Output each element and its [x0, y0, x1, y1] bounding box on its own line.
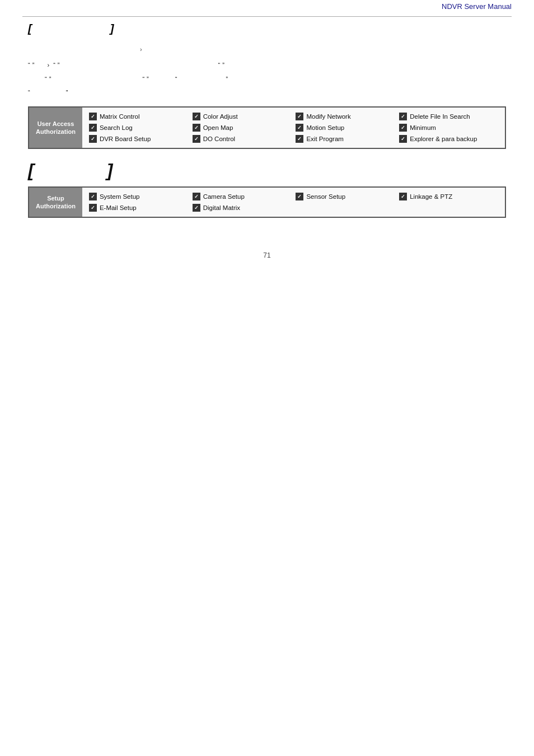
list-item: Linkage & PTZ — [397, 191, 500, 202]
item-label: Digital Matrix — [203, 204, 240, 211]
header-area: NDVR Server Manual — [0, 0, 534, 17]
item-label: Minimum — [410, 124, 436, 131]
bracket-open-2: [ — [28, 160, 34, 181]
item-label: Modify Network — [306, 113, 350, 120]
list-item: E-Mail Setup — [87, 202, 190, 213]
list-item: Exit Program — [293, 133, 397, 144]
checkbox-icon — [89, 204, 97, 212]
item-label: Camera Setup — [203, 193, 245, 200]
item-label: Sensor Setup — [306, 193, 345, 200]
list-item: Motion Setup — [293, 122, 397, 133]
item-label: Explorer & para backup — [410, 136, 477, 142]
checkbox-icon — [399, 113, 407, 120]
list-item: Explorer & para backup — [397, 133, 500, 144]
list-item: Delete File In Search — [397, 111, 500, 122]
list-item: Modify Network — [293, 111, 397, 122]
item-label: DO Control — [203, 136, 236, 142]
user-access-items: Matrix Control Color Adjust Modify Netwo… — [82, 108, 505, 148]
checkbox-icon — [193, 124, 200, 132]
checkbox-icon — [89, 124, 97, 132]
item-label: Motion Setup — [306, 124, 344, 131]
paragraph-line-2: “” “” “ ” — [28, 74, 506, 85]
list-item — [293, 202, 397, 213]
checkbox-icon — [193, 204, 200, 212]
page-number: 71 — [28, 251, 506, 259]
bracket-section-1: [ ] — [28, 22, 506, 35]
list-item: DO Control — [190, 133, 294, 144]
checkbox-icon — [296, 193, 303, 200]
item-label: Exit Program — [306, 136, 343, 142]
item-label: Matrix Control — [100, 113, 140, 120]
checkbox-icon — [296, 124, 303, 132]
checkbox-icon — [193, 135, 200, 143]
checkbox-icon — [399, 124, 407, 132]
bracket-open-1: [ — [28, 22, 32, 35]
list-item: DVR Board Setup — [87, 133, 190, 144]
list-item: Sensor Setup — [293, 191, 397, 202]
checkbox-icon — [399, 135, 407, 143]
item-label: Search Log — [100, 124, 133, 131]
checkbox-icon — [296, 113, 303, 120]
checkbox-icon — [89, 113, 97, 120]
checkbox-icon — [296, 135, 303, 143]
list-item: Color Adjust — [190, 111, 294, 122]
item-label: E-Mail Setup — [100, 204, 137, 211]
checkbox-icon — [193, 193, 200, 200]
item-label: Color Adjust — [203, 113, 238, 120]
setup-label: Setup Authorization — [29, 188, 82, 217]
list-item: Camera Setup — [190, 191, 294, 202]
setup-table: Setup Authorization System Setup Camera … — [28, 186, 506, 218]
list-item — [397, 202, 500, 213]
item-label: Linkage & PTZ — [410, 193, 452, 200]
paragraph-line-3: “” — [28, 87, 506, 99]
list-item: Matrix Control — [87, 111, 190, 122]
item-label: DVR Board Setup — [100, 136, 151, 142]
bracket-section-2: [ ] — [28, 160, 506, 181]
paragraph-line-1: “” › “” “” — [28, 60, 506, 71]
setup-items: System Setup Camera Setup Sensor Setup L… — [82, 188, 505, 217]
user-access-label: User Access Authorization — [29, 108, 82, 148]
list-item: Search Log — [87, 122, 190, 133]
checkbox-icon — [193, 113, 200, 120]
list-item: System Setup — [87, 191, 190, 202]
item-label: Delete File In Search — [410, 113, 470, 120]
checkbox-icon — [89, 135, 97, 143]
list-item: Digital Matrix — [190, 202, 294, 213]
user-access-table: User Access Authorization Matrix Control… — [28, 106, 506, 149]
item-label: System Setup — [100, 193, 140, 200]
paragraph-marker: › — [28, 44, 506, 55]
checkbox-icon — [399, 193, 407, 200]
list-item: Open Map — [190, 122, 294, 133]
bracket-close-2: ] — [107, 160, 113, 181]
list-item: Minimum — [397, 122, 500, 133]
item-label: Open Map — [203, 124, 233, 131]
header-title: NDVR Server Manual — [0, 0, 534, 11]
bracket-close-1: ] — [110, 22, 114, 35]
checkbox-icon — [89, 193, 97, 200]
